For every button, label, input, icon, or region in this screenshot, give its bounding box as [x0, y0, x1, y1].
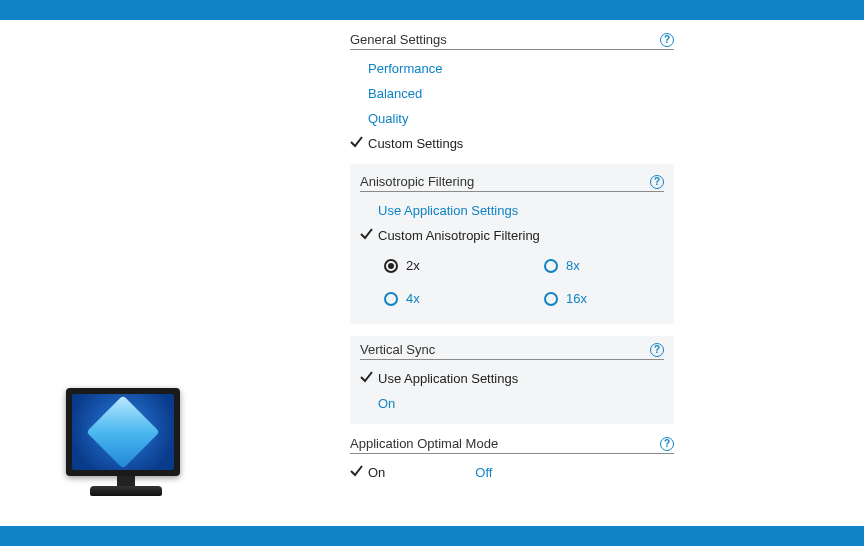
- section-title-app-optimal: Application Optimal Mode: [350, 436, 498, 451]
- section-header-vsync: Vertical Sync ?: [360, 342, 664, 360]
- option-balanced-label: Balanced: [368, 86, 422, 101]
- section-anisotropic: Anisotropic Filtering ? Use Application …: [350, 164, 674, 324]
- option-app-optimal-on-label: On: [368, 465, 385, 480]
- radio-icon: [544, 292, 558, 306]
- option-custom-settings[interactable]: Custom Settings: [350, 131, 674, 156]
- monitor-bezel: [66, 388, 180, 476]
- option-balanced[interactable]: Balanced: [350, 81, 674, 106]
- section-title-vsync: Vertical Sync: [360, 342, 435, 357]
- section-vsync: Vertical Sync ? Use Application Settings…: [350, 336, 674, 424]
- content: General Settings ? Performance Balanced …: [0, 20, 864, 526]
- check-icon: [360, 227, 373, 240]
- radio-icon: [384, 292, 398, 306]
- help-icon[interactable]: ?: [650, 175, 664, 189]
- top-band: [0, 0, 864, 20]
- app-optimal-row: On Off: [350, 460, 674, 485]
- af-radio-grid: 2x 8x 4x 16x: [360, 248, 664, 310]
- settings-column: General Settings ? Performance Balanced …: [350, 32, 674, 526]
- radio-af-2x[interactable]: 2x: [384, 258, 504, 273]
- radio-af-16x-label: 16x: [566, 291, 587, 306]
- section-header-anisotropic: Anisotropic Filtering ?: [360, 174, 664, 192]
- option-af-use-app[interactable]: Use Application Settings: [360, 198, 664, 223]
- monitor-stand: [117, 476, 135, 486]
- section-general: General Settings ? Performance Balanced …: [350, 32, 674, 156]
- section-header-general: General Settings ?: [350, 32, 674, 50]
- radio-af-16x[interactable]: 16x: [544, 291, 664, 306]
- bottom-band: [0, 526, 864, 546]
- option-af-custom[interactable]: Custom Anisotropic Filtering: [360, 223, 664, 248]
- option-performance[interactable]: Performance: [350, 56, 674, 81]
- option-af-custom-label: Custom Anisotropic Filtering: [378, 228, 540, 243]
- monitor-base: [90, 486, 162, 496]
- check-icon: [350, 464, 363, 477]
- section-header-app-optimal: Application Optimal Mode ?: [350, 436, 674, 454]
- radio-af-4x-label: 4x: [406, 291, 420, 306]
- option-af-use-app-label: Use Application Settings: [378, 203, 518, 218]
- option-custom-settings-label: Custom Settings: [368, 136, 463, 151]
- radio-af-8x[interactable]: 8x: [544, 258, 664, 273]
- option-performance-label: Performance: [368, 61, 442, 76]
- radio-af-8x-label: 8x: [566, 258, 580, 273]
- section-app-optimal: Application Optimal Mode ? On Off: [350, 436, 674, 485]
- option-quality-label: Quality: [368, 111, 408, 126]
- option-vsync-use-app-label: Use Application Settings: [378, 371, 518, 386]
- option-vsync-on[interactable]: On: [360, 391, 664, 416]
- option-vsync-on-label: On: [378, 396, 395, 411]
- diamond-icon: [86, 395, 160, 469]
- option-quality[interactable]: Quality: [350, 106, 674, 131]
- section-title-general: General Settings: [350, 32, 447, 47]
- radio-icon-selected: [384, 259, 398, 273]
- radio-af-2x-label: 2x: [406, 258, 420, 273]
- option-vsync-use-app[interactable]: Use Application Settings: [360, 366, 664, 391]
- section-title-anisotropic: Anisotropic Filtering: [360, 174, 474, 189]
- option-app-optimal-off[interactable]: Off: [475, 460, 492, 485]
- monitor-illustration: [66, 388, 186, 496]
- option-app-optimal-off-label: Off: [475, 465, 492, 480]
- help-icon[interactable]: ?: [660, 33, 674, 47]
- help-icon[interactable]: ?: [650, 343, 664, 357]
- help-icon[interactable]: ?: [660, 437, 674, 451]
- radio-icon: [544, 259, 558, 273]
- radio-af-4x[interactable]: 4x: [384, 291, 504, 306]
- check-icon: [360, 370, 373, 383]
- monitor-screen: [72, 394, 174, 470]
- check-icon: [350, 135, 363, 148]
- option-app-optimal-on[interactable]: On: [350, 460, 385, 485]
